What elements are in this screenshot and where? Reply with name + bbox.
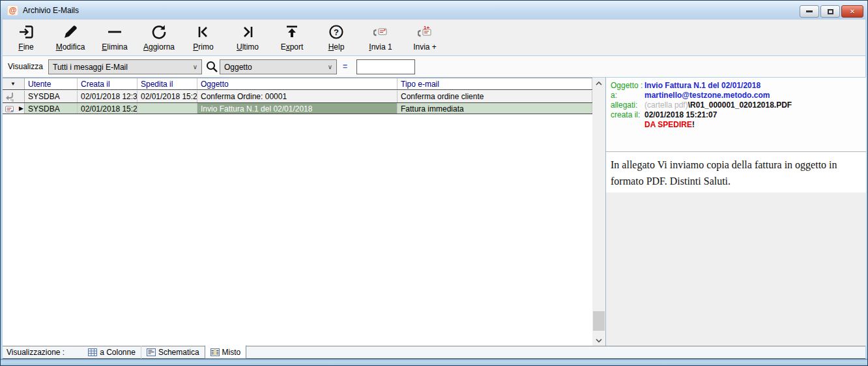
to-send-mail-icon	[5, 104, 15, 114]
created-datetime: 02/01/2018 15:21:07	[644, 110, 717, 119]
modifica-button[interactable]: Modifica	[48, 22, 93, 55]
invia-1-button[interactable]: Invia 1	[358, 22, 403, 55]
message-body-area: In allegato Vi inviamo copia della fattu…	[606, 151, 866, 346]
view-mode-bar: Visualizzazione : a Colonne Schematica M…	[3, 346, 865, 359]
help-button[interactable]: ? Help	[314, 22, 358, 55]
email-grid: ▼ Utente Creata il Spedita il Oggetto Ti…	[3, 78, 592, 346]
creata-il-label: creata il:	[611, 110, 644, 120]
aggiorna-button[interactable]: Aggiorna	[137, 22, 181, 55]
chevron-down-icon: ∨	[328, 63, 332, 70]
minus-icon	[106, 22, 123, 42]
grid-header-row: ▼ Utente Creata il Spedita il Oggetto Ti…	[3, 78, 592, 90]
pencil-icon	[62, 22, 79, 42]
scroll-down-icon[interactable]	[592, 335, 605, 346]
window-title: Archivio E-Mails	[23, 6, 79, 15]
filter-dropdown-icon: ▼	[10, 81, 16, 87]
column-header-utente[interactable]: Utente	[25, 78, 78, 89]
maximize-button[interactable]	[820, 5, 840, 18]
visualizzazione-label: Visualizzazione :	[7, 348, 65, 357]
allegati-label: allegati:	[611, 100, 644, 110]
scroll-up-icon[interactable]	[592, 78, 605, 89]
message-body-text: In allegato Vi inviamo copia della fattu…	[606, 152, 866, 192]
tab-a-colonne[interactable]: a Colonne	[83, 346, 141, 359]
scrollbar-thumb[interactable]	[593, 311, 605, 331]
equals-operator-label: =	[343, 62, 347, 71]
chevron-down-icon: ∨	[193, 63, 197, 70]
send-many-emails-icon: 1+	[418, 22, 432, 42]
visualizza-label: Visualizza	[8, 62, 43, 71]
oggetto-label: Oggetto :	[611, 81, 644, 91]
search-field-select[interactable]: Oggetto ∨	[220, 59, 337, 74]
close-icon: ✕	[850, 8, 855, 15]
filter-column-header[interactable]: ▼	[3, 78, 25, 89]
search-value-input[interactable]	[356, 59, 415, 74]
a-label: a:	[611, 91, 644, 100]
table-row[interactable]: SYSDBA 02/01/2018 12:38 02/01/2018 15:21…	[3, 91, 592, 102]
columns-view-icon	[88, 348, 97, 356]
oggetto-value: Invio Fattura N.1 del 02/01/2018	[644, 81, 760, 90]
attachment-file: \R01_000001_02012018.PDF	[688, 100, 792, 110]
recipient-value: martinello@testzone.metodo.com	[644, 91, 770, 100]
help-icon: ?	[328, 22, 345, 42]
export-icon	[283, 22, 300, 42]
export-button[interactable]: Export	[270, 22, 314, 55]
ultimo-button[interactable]: Ultimo	[225, 22, 270, 55]
column-header-oggetto[interactable]: Oggetto	[197, 78, 398, 89]
primo-button[interactable]: Primo	[181, 22, 225, 55]
table-row-selected[interactable]: ▶ SYSDBA 02/01/2018 15:21 Invio Fattura …	[3, 102, 592, 114]
status-badge: DA SPEDIRE	[644, 120, 692, 129]
schematic-view-icon	[147, 348, 156, 356]
vertical-scrollbar[interactable]	[592, 78, 605, 346]
first-record-icon	[195, 22, 212, 42]
tab-schematica[interactable]: Schematica	[141, 346, 205, 359]
svg-text:1+: 1+	[424, 25, 429, 31]
svg-text:?: ?	[334, 27, 339, 37]
sent-mail-icon	[5, 91, 15, 102]
filter-bar: Visualizza Tutti i mesaggi E-Mail ∨ Ogge…	[3, 56, 865, 78]
app-icon: @	[7, 5, 18, 16]
detail-panel: Oggetto :Invio Fattura N.1 del 02/01/201…	[605, 78, 865, 346]
title-bar[interactable]: @ Archivio E-Mails ✕	[1, 1, 868, 20]
email-detail-header: Oggetto :Invio Fattura N.1 del 02/01/201…	[606, 78, 866, 151]
last-record-icon	[239, 22, 256, 42]
refresh-icon	[151, 22, 167, 42]
fine-button[interactable]: Fine	[4, 22, 48, 55]
main-area: ▼ Utente Creata il Spedita il Oggetto Ti…	[3, 78, 865, 346]
maximize-icon	[828, 9, 833, 14]
search-icon[interactable]	[205, 60, 218, 76]
app-window: @ Archivio E-Mails ✕ Fine Modifica Elimi…	[0, 0, 868, 366]
toolbar: Fine Modifica Elimina Aggiorna Primo	[3, 20, 865, 56]
close-button[interactable]: ✕	[841, 5, 863, 18]
view-filter-select[interactable]: Tutti i mesaggi E-Mail ∨	[48, 59, 202, 74]
exit-icon	[18, 22, 35, 42]
column-header-tipo-email[interactable]: Tipo e-mail	[398, 78, 592, 89]
mixed-view-icon	[210, 348, 220, 356]
invia-piu-button[interactable]: 1+ Invia +	[403, 22, 447, 55]
send-one-email-icon	[373, 22, 388, 42]
window-bottom-border	[1, 359, 868, 366]
minimize-icon	[806, 10, 813, 12]
minimize-button[interactable]	[800, 5, 819, 18]
attachment-folder: (cartella pdf)	[644, 100, 688, 110]
column-header-creata-il[interactable]: Creata il	[78, 78, 137, 89]
column-header-spedita-il[interactable]: Spedita il	[137, 78, 197, 89]
current-record-marker: ▶	[19, 105, 23, 112]
elimina-button[interactable]: Elimina	[93, 22, 137, 55]
tab-misto[interactable]: Misto	[205, 345, 247, 359]
